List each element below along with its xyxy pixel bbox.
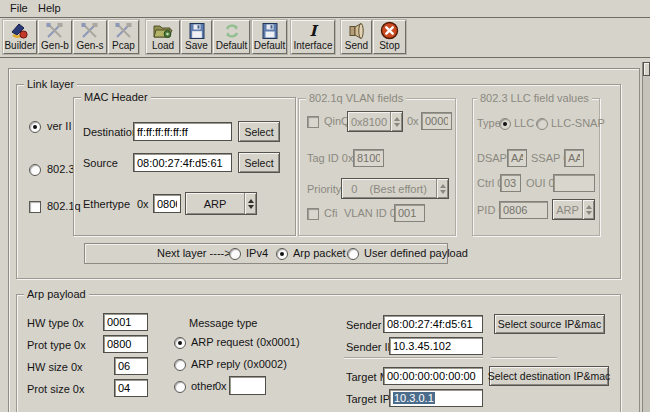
message-type-title: Message type: [189, 317, 257, 330]
ver2-radio[interactable]: [29, 121, 41, 133]
8023-radio[interactable]: [29, 164, 41, 176]
cfi-checkbox[interactable]: [307, 208, 319, 220]
qinq-hex-label: 0x: [407, 115, 419, 128]
llc-radio[interactable]: [499, 118, 511, 130]
toolbar-label: Gen-s: [76, 40, 103, 52]
llc-type-label: Type: [477, 117, 501, 130]
target-ip-field[interactable]: 10.3.0.1: [389, 389, 483, 407]
pcap-button[interactable]: Pcap: [108, 20, 139, 54]
stop-icon: [380, 21, 399, 40]
vlan-id-input[interactable]: [394, 204, 425, 222]
pid-combo-value: ARP: [553, 204, 582, 216]
menu-help[interactable]: Help: [36, 2, 63, 14]
spinner-icon: [583, 205, 594, 215]
llc-fields-title: 802.3 LLC field values: [477, 92, 592, 105]
load-button[interactable]: Load: [146, 20, 180, 54]
source-mac-input[interactable]: [133, 153, 232, 172]
toolbar: Builder Gen-b: [0, 18, 650, 58]
ctrl-input[interactable]: [500, 174, 521, 192]
vlan-fields-group: 802.1q VLAN fields QinQ 0x8100 0x Tag ID…: [298, 98, 456, 236]
vertical-scrollbar[interactable]: [642, 62, 650, 412]
dsap-input[interactable]: [507, 149, 527, 167]
target-mac-input[interactable]: [383, 367, 483, 385]
gen-s-button[interactable]: Gen-s: [73, 20, 107, 54]
priority-value: 0 (Best effort): [342, 183, 436, 195]
ethertype-combo-value: ARP: [186, 198, 244, 210]
select-destination-ipmac-button[interactable]: Select destination IP&mac: [489, 366, 609, 386]
other-value-input[interactable]: [229, 376, 266, 395]
other-radio[interactable]: [174, 381, 186, 393]
prot-type-input[interactable]: [103, 335, 148, 353]
llc-label: LLC: [514, 117, 534, 130]
send-button[interactable]: Send: [341, 20, 372, 54]
select-source-ipmac-button[interactable]: Select source IP&mac: [494, 314, 605, 334]
select-destination-mac-button[interactable]: Select: [238, 121, 280, 142]
priority-combo[interactable]: 0 (Best effort): [341, 178, 449, 199]
ipv4-radio[interactable]: [229, 248, 241, 260]
divider: [383, 357, 483, 358]
pid-input[interactable]: [499, 201, 548, 219]
llc-snap-label: LLC-SNAP: [551, 117, 605, 130]
cfi-label: Cfi: [324, 207, 337, 220]
prot-type-label: Prot type 0x: [27, 339, 86, 352]
default-save-button[interactable]: Default: [252, 20, 287, 54]
ssap-input[interactable]: [564, 149, 584, 167]
packeth-window: File Help Builder: [0, 0, 650, 412]
tools-icon: [44, 21, 66, 40]
next-layer-bar: Next layer ----> IPv4 Arp packet User de…: [84, 243, 448, 264]
stop-button[interactable]: Stop: [373, 20, 406, 54]
arp-request-radio[interactable]: [174, 337, 186, 349]
builder-button[interactable]: Builder: [3, 20, 37, 54]
destination-mac-input[interactable]: [133, 122, 232, 141]
arp-packet-label: Arp packet: [293, 247, 346, 260]
toolbar-label: Default: [254, 40, 286, 52]
tools-icon: [79, 21, 101, 40]
hw-type-input[interactable]: [103, 313, 148, 331]
interface-button[interactable]: I Interface: [291, 20, 335, 54]
ethertype-combo[interactable]: ARP: [185, 192, 257, 215]
ipv4-label: IPv4: [246, 247, 268, 260]
refresh-icon: [222, 21, 242, 40]
pid-combo[interactable]: ARP: [552, 199, 595, 220]
arp-packet-radio[interactable]: [276, 248, 288, 260]
destination-label: Destination: [83, 126, 138, 139]
hw-type-label: HW type 0x: [27, 317, 84, 330]
tag-id-input[interactable]: [353, 149, 384, 167]
llc-snap-radio[interactable]: [536, 118, 548, 130]
user-payload-radio[interactable]: [347, 248, 359, 260]
qinq-checkbox[interactable]: [307, 116, 319, 128]
menu-file[interactable]: File: [8, 2, 30, 14]
hw-size-input[interactable]: [114, 357, 148, 375]
save-button[interactable]: Save: [181, 20, 212, 54]
speaker-icon: [347, 21, 367, 40]
user-payload-label: User defined payload: [364, 247, 468, 260]
prot-size-input[interactable]: [114, 379, 148, 397]
next-layer-label: Next layer ---->: [157, 247, 231, 260]
toolbar-label: Send: [345, 40, 368, 52]
hw-size-label: HW size 0x: [27, 361, 83, 374]
qinq-value-input[interactable]: [421, 112, 452, 130]
link-layer-title: Link layer: [24, 78, 77, 91]
target-ip-selected-text: 10.3.0.1: [393, 392, 435, 404]
folder-open-icon: [152, 21, 174, 40]
arp-reply-label: ARP reply (0x0002): [191, 358, 287, 371]
8023-label: 802.3: [47, 163, 75, 176]
toolbar-label: Load: [152, 40, 174, 52]
other-hex-label: 0x: [215, 380, 227, 393]
gen-b-button[interactable]: Gen-b: [38, 20, 72, 54]
select-source-mac-button[interactable]: Select: [238, 152, 280, 173]
qinq-type-combo[interactable]: 0x8100: [347, 111, 403, 132]
default-load-button[interactable]: Default: [213, 20, 250, 54]
sender-mac-input[interactable]: [383, 315, 483, 333]
ethertype-input[interactable]: [153, 194, 181, 213]
arp-reply-radio[interactable]: [174, 359, 186, 371]
tools-icon: [113, 21, 135, 40]
sender-ip-input[interactable]: [389, 337, 483, 355]
scrollbar-up-button[interactable]: [643, 62, 650, 76]
8021q-checkbox[interactable]: [29, 201, 41, 213]
oui-input[interactable]: [553, 174, 595, 192]
llc-fields-group: 802.3 LLC field values Type LLC LLC-SNAP…: [472, 98, 600, 236]
toolbar-label: Stop: [379, 40, 400, 52]
toolbar-label: Save: [185, 40, 208, 52]
spinner-icon: [245, 199, 256, 209]
